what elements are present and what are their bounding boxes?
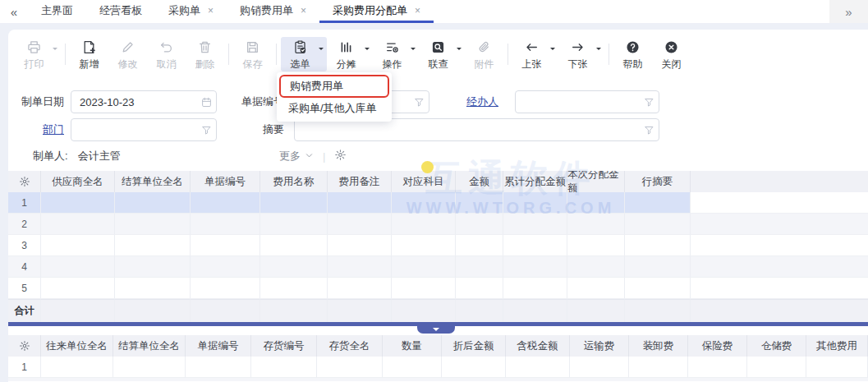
chevron-down-icon[interactable] (301, 150, 314, 163)
table-row[interactable]: 4 (8, 256, 868, 278)
grid-cell[interactable] (567, 192, 625, 214)
grid-cell[interactable] (113, 357, 186, 378)
grid-cell[interactable] (392, 235, 456, 256)
grid-cell[interactable] (567, 235, 625, 256)
grid-cell[interactable] (629, 357, 688, 378)
caret-down-icon[interactable] (457, 48, 462, 53)
table-row[interactable]: 3 (8, 235, 868, 256)
grid-cell[interactable] (688, 357, 747, 378)
caret-down-icon[interactable] (550, 48, 555, 53)
tab-采购费用分配单[interactable]: 采购费用分配单× (319, 0, 434, 23)
grid-cell[interactable] (191, 235, 260, 256)
grid-cell[interactable] (115, 214, 191, 235)
caret-down-icon[interactable] (365, 48, 370, 53)
grid-cell[interactable] (41, 256, 115, 278)
grid-cell[interactable] (456, 256, 503, 278)
grid-cell[interactable] (456, 214, 503, 235)
grid-cell[interactable] (392, 278, 456, 299)
grid-cell[interactable] (747, 357, 806, 378)
操作-button[interactable]: 操作 (373, 37, 419, 71)
tab-经营看板[interactable]: 经营看板 (86, 0, 155, 23)
grid-cell[interactable] (41, 357, 113, 378)
splitter-collapse-handle[interactable] (417, 326, 455, 334)
grid-cell[interactable] (506, 357, 570, 378)
table-row[interactable]: 1 (8, 357, 868, 378)
grid-cell[interactable] (41, 214, 115, 235)
grid-cell[interactable] (191, 214, 260, 235)
上张-button[interactable]: 上张 (512, 37, 558, 71)
grid-cell[interactable] (567, 214, 625, 235)
table-row[interactable]: 2 (8, 214, 868, 235)
table-row[interactable]: 1 (8, 192, 868, 214)
grid-cell[interactable] (625, 192, 691, 214)
caret-down-icon[interactable] (596, 48, 601, 53)
dropdown-item-采购单/其他入库单[interactable]: 采购单/其他入库单 (277, 99, 392, 118)
grid-cell[interactable] (567, 278, 625, 299)
grid-cell[interactable] (328, 192, 392, 214)
grid-cell[interactable] (115, 278, 191, 299)
grid-cell[interactable] (260, 278, 328, 299)
grid-cell[interactable] (317, 357, 383, 378)
tab-采购单[interactable]: 采购单× (155, 0, 227, 23)
tab-close-icon[interactable]: × (415, 6, 420, 16)
filter-icon[interactable] (409, 97, 429, 108)
grid-cell[interactable] (625, 256, 691, 278)
operator-input[interactable] (515, 90, 659, 113)
row-number-cell[interactable]: 2 (8, 214, 41, 235)
summary-input[interactable] (294, 118, 659, 141)
grid-cell[interactable] (442, 357, 506, 378)
grid-cell[interactable] (260, 256, 328, 278)
row-number-cell[interactable]: 1 (8, 192, 41, 214)
grid-cell[interactable] (328, 235, 392, 256)
department-input[interactable] (71, 118, 217, 141)
grid-cell[interactable] (503, 235, 567, 256)
grid-cell[interactable] (41, 192, 115, 214)
grid-cell[interactable] (383, 357, 442, 378)
tab-主界面[interactable]: 主界面 (28, 0, 86, 23)
row-number-cell[interactable]: 1 (8, 357, 41, 378)
grid-cell[interactable] (806, 357, 868, 378)
grid-cell[interactable] (41, 235, 115, 256)
operator-link[interactable]: 经办人 (456, 90, 498, 113)
grid-cell[interactable] (567, 256, 625, 278)
grid-cell[interactable] (260, 235, 328, 256)
关闭-button[interactable]: 关闭 (652, 37, 691, 71)
grid-cell[interactable] (251, 357, 317, 378)
grid-cell[interactable] (625, 214, 691, 235)
department-link[interactable]: 部门 (23, 118, 64, 141)
grid-cell[interactable] (392, 214, 456, 235)
caret-down-icon[interactable] (411, 48, 416, 53)
grid-settings-gear-icon[interactable] (8, 335, 41, 357)
grid-cell[interactable] (456, 235, 503, 256)
row-number-cell[interactable]: 3 (8, 235, 41, 256)
more-button[interactable]: 更多 (279, 149, 301, 163)
caret-down-icon[interactable] (53, 48, 57, 53)
grid-settings-gear-icon[interactable] (8, 171, 41, 192)
grid-cell[interactable] (115, 235, 191, 256)
grid-cell[interactable] (328, 256, 392, 278)
选单-button[interactable]: 选单 (281, 37, 327, 71)
分摊-button[interactable]: 分摊 (327, 37, 373, 71)
caret-down-icon[interactable] (319, 48, 324, 53)
calendar-icon[interactable] (196, 97, 216, 108)
grid-cell[interactable] (503, 256, 567, 278)
帮助-button[interactable]: 帮助 (613, 37, 652, 71)
row-number-cell[interactable]: 5 (8, 278, 41, 299)
collapse-tabs-icon[interactable]: « (0, 0, 28, 23)
grid-cell[interactable] (186, 357, 251, 378)
dropdown-item-购销费用单[interactable]: 购销费用单 (281, 76, 388, 96)
grid-cell[interactable] (260, 192, 328, 214)
grid-cell[interactable] (503, 192, 567, 214)
grid-cell[interactable] (328, 278, 392, 299)
grid-cell[interactable] (115, 192, 191, 214)
grid-cell[interactable] (503, 214, 567, 235)
grid-cell[interactable] (625, 235, 691, 256)
下张-button[interactable]: 下张 (558, 37, 604, 71)
grid-cell[interactable] (625, 278, 691, 299)
tab-购销费用单[interactable]: 购销费用单× (227, 0, 319, 23)
grid-cell[interactable] (328, 214, 392, 235)
grid-cell[interactable] (191, 256, 260, 278)
grid-cell[interactable] (503, 278, 567, 299)
grid-cell[interactable] (191, 278, 260, 299)
row-number-cell[interactable]: 4 (8, 256, 41, 278)
